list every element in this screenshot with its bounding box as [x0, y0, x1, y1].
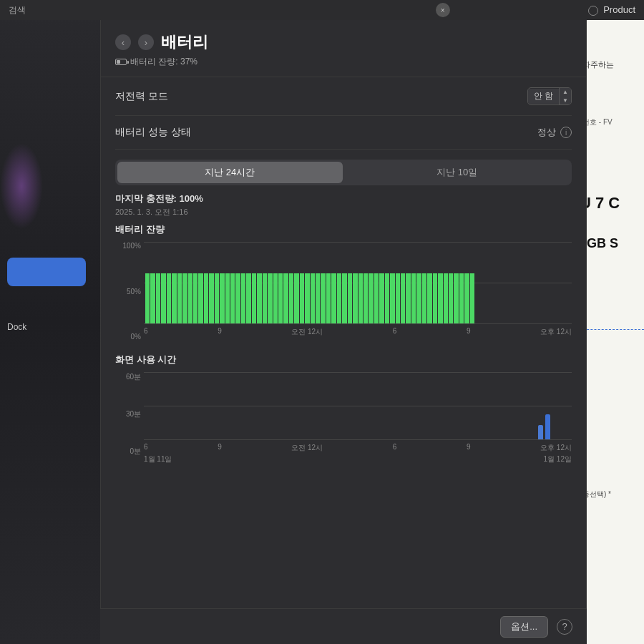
battery-bar-15: [225, 273, 230, 324]
screen-bars: [538, 414, 550, 439]
screen-chart-section: 화면 사용 시간 60분 30분 0분: [101, 353, 586, 458]
back-button[interactable]: ‹: [115, 34, 131, 50]
last-charge-date: 2025. 1. 3. 오전 1:16: [115, 207, 572, 218]
battery-bar-44: [379, 273, 384, 324]
battery-bar-33: [321, 273, 325, 324]
stepper-up[interactable]: ▲: [560, 88, 571, 97]
battery-bar-1: [150, 273, 155, 324]
last-charge-label: 마지막 충전량: 100%: [115, 192, 572, 205]
battery-panel: ‹ › 배터리 배터리 잔량: 37% 저전력 모드 안 함 ▲ ▼: [100, 20, 587, 644]
battery-chart-section: 배터리 잔량 100% 50% 0% 6: [101, 223, 586, 342]
battery-bar-21: [257, 273, 261, 324]
screen-x-labels: 6 9 오전 12시 6 9 오후 12시: [144, 440, 572, 453]
screen-bar-2: [545, 414, 550, 439]
info-icon[interactable]: i: [560, 127, 572, 138]
battery-bar-57: [449, 273, 453, 324]
date-jan11: 1월 11일: [144, 454, 172, 464]
charge-info: 마지막 충전량: 100% 2025. 1. 3. 오전 1:16: [101, 192, 586, 223]
stepper-arrows[interactable]: ▲ ▼: [559, 88, 571, 104]
battery-bar-47: [396, 273, 400, 324]
sidebar: Dock: [0, 0, 100, 644]
tab-10d[interactable]: 지난 10일: [345, 162, 570, 183]
battery-bar-18: [241, 273, 245, 324]
panel-subtitle: 배터리 잔량: 37%: [115, 56, 572, 68]
battery-bar-14: [220, 273, 224, 324]
time-range-tabs: 지난 24시간 지난 10일: [115, 160, 572, 185]
x-label-9a: 9: [218, 327, 222, 337]
screen-grid-30: [144, 406, 572, 406]
battery-bar-36: [337, 273, 341, 324]
y-60: 60분: [126, 372, 141, 382]
screen-chart-area: 6 9 오전 12시 6 9 오후 12시 1월 11일 1월 12일: [144, 372, 572, 458]
battery-bar-39: [353, 273, 357, 324]
panel-title: 배터리: [161, 31, 208, 53]
battery-bar-20: [252, 273, 256, 324]
x-label-12a: 오전 12시: [291, 327, 323, 337]
battery-bar-51: [416, 273, 421, 324]
battery-bar-17: [235, 273, 240, 324]
stepper-value: 안 함: [528, 89, 559, 104]
battery-bars-area: [144, 242, 572, 324]
forward-button[interactable]: ›: [138, 34, 154, 50]
right-panel-divider: [580, 329, 644, 330]
battery-bar-32: [316, 273, 320, 324]
battery-bar-43: [374, 273, 379, 324]
low-power-stepper[interactable]: 안 함 ▲ ▼: [527, 87, 572, 105]
battery-health-label: 배터리 성능 상태: [115, 126, 191, 139]
battery-chart-area: 6 9 오전 12시 6 9 오후 12시: [144, 242, 572, 342]
nav-row: ‹ › 배터리: [115, 31, 572, 53]
battery-bar-11: [204, 273, 208, 324]
sidebar-accent: [0, 143, 43, 229]
battery-bar-59: [459, 273, 464, 324]
battery-bar-23: [268, 273, 272, 324]
battery-bar-60: [464, 273, 469, 324]
right-panel-title: 자주하는: [580, 54, 644, 76]
battery-bar-16: [230, 273, 235, 324]
date-labels-row: 1월 11일 1월 12일: [144, 453, 572, 464]
right-panel-ref: 번호 - FV: [580, 114, 644, 130]
sidebar-selected-item[interactable]: [7, 258, 86, 286]
sidebar-dock-label: Dock: [7, 322, 26, 332]
grid-0: [144, 323, 572, 324]
panel-header: ‹ › 배터리 배터리 잔량: 37%: [101, 20, 586, 77]
stepper-down[interactable]: ▼: [560, 97, 571, 105]
y-label-50: 50%: [127, 288, 141, 296]
help-button[interactable]: ?: [557, 619, 572, 635]
battery-bar-40: [358, 273, 363, 324]
x-label-12p: 오후 12시: [540, 327, 572, 337]
battery-bar-45: [385, 273, 389, 324]
settings-section: 저전력 모드 안 함 ▲ ▼ 배터리 성능 상태 정상 i: [101, 77, 586, 150]
battery-bar-29: [300, 273, 304, 324]
battery-bar-0: [145, 273, 150, 324]
battery-bar-25: [278, 273, 283, 324]
battery-bar-41: [364, 273, 368, 324]
battery-bar-49: [406, 273, 410, 324]
search-label: 검색: [9, 4, 26, 16]
battery-bar-52: [422, 273, 426, 324]
battery-bar-6: [177, 273, 182, 324]
battery-icon: [115, 59, 127, 65]
close-button[interactable]: ×: [436, 3, 450, 17]
battery-bar-8: [188, 273, 192, 324]
battery-bar-28: [294, 273, 298, 324]
top-bar: 검색 × Product: [0, 0, 644, 20]
screen-bar-1: [538, 425, 543, 439]
sx-6b: 6: [393, 443, 397, 453]
battery-bar-26: [283, 273, 288, 324]
sx-9a: 9: [218, 443, 222, 453]
screen-chart-title: 화면 사용 시간: [115, 353, 572, 366]
battery-health-value: 정상 i: [537, 126, 572, 139]
battery-bar-48: [401, 273, 405, 324]
battery-chart: 100% 50% 0% 6 9 오전 12시: [115, 242, 572, 342]
tab-24h[interactable]: 지난 24시간: [117, 162, 343, 183]
battery-x-labels: 6 9 오전 12시 6 9 오후 12시: [144, 324, 572, 337]
battery-bar-10: [198, 273, 203, 324]
battery-bar-53: [427, 273, 431, 324]
sx-12a: 오전 12시: [291, 443, 323, 453]
battery-bar-24: [273, 273, 278, 324]
battery-bar-42: [369, 273, 373, 324]
battery-bar-30: [305, 273, 309, 324]
right-panel-note: 동선택) *: [580, 487, 644, 502]
battery-bar-27: [289, 273, 293, 324]
options-button[interactable]: 옵션...: [500, 616, 548, 638]
